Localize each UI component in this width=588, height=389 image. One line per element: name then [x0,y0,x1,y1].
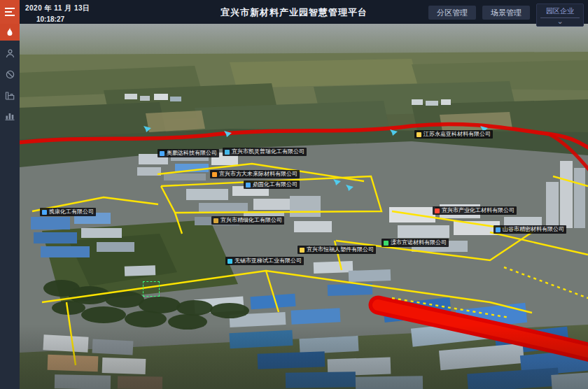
company-marker[interactable]: 宜兴市方大未来际材料有限公司 [210,170,300,178]
topbar: 2020 年 11 月 13日 10:18:27 宜兴市新材料产业园智慧管理平台… [0,0,588,24]
company-marker-label: 宜兴市精细化工有限公司 [220,218,282,223]
company-marker-label: 无锡市亚梯试工业有限公司 [234,258,302,264]
company-marker-label: 奥鹏达科技有限公司 [167,150,217,156]
company-marker-label: 江苏永嘉亚科材料有限公司 [424,132,491,137]
company-marker[interactable]: 山谷市精密材料有限公司 [493,225,566,234]
sidebar-item-factory[interactable] [0,87,20,104]
map-3d-view[interactable]: 奥鹏达科技有限公司 宜兴市凯灵普瑞化工有限公司 宜兴市方大未来际材料有限公司 鼎… [20,24,588,389]
scene-manage-button[interactable]: 场景管理 [482,6,530,20]
selection-box [143,281,160,297]
company-marker-label: 山谷市精密材料有限公司 [503,227,564,232]
company-marker-label: 宜兴市凯灵普瑞化工有限公司 [232,149,304,155]
company-marker-icon [435,208,440,213]
company-marker-icon [227,259,232,264]
app-window: 2020 年 11 月 13日 10:18:27 宜兴市新材料产业园智慧管理平台… [0,0,588,389]
company-marker[interactable]: 奥鹏达科技有限公司 [158,149,219,157]
user-icon [6,49,15,58]
chevron-down-icon: ⌄ [556,18,563,26]
sidebar [0,24,20,389]
flame-icon [6,27,14,37]
company-marker[interactable]: 无锡市亚梯试工业有限公司 [225,257,304,265]
company-marker-icon [300,248,304,253]
company-marker-label: 宜兴市产业化工材料有限公司 [442,208,514,213]
company-marker-icon [416,132,421,137]
company-marker[interactable]: 宜兴市产业化工材料有限公司 [433,206,517,215]
company-marker-label: 鼎固化工有限公司 [253,182,298,188]
company-marker[interactable]: 鼎固化工有限公司 [244,181,300,189]
company-marker-icon [384,241,388,246]
bar-chart-icon [5,112,15,120]
sidebar-item-fire[interactable] [0,24,20,41]
company-marker-label: 携康化工有限公司 [49,209,94,215]
company-marker-label: 宜兴市恒福人塑件有限公司 [307,247,374,253]
company-marker[interactable]: 宜兴市精细化工有限公司 [211,216,284,225]
company-marker-icon [160,151,164,156]
company-marker-icon [225,150,230,155]
topbar-actions: 分区管理 场景管理 园区企业 ⌄ [428,3,584,27]
factory-icon [5,91,15,100]
sidebar-item-user[interactable] [0,45,20,62]
company-marker[interactable]: 宜兴市恒福人塑件有限公司 [298,246,376,254]
enterprise-dropdown[interactable]: 园区企业 ⌄ [536,3,584,27]
sidebar-item-power[interactable] [0,66,20,83]
company-marker[interactable]: 江苏永嘉亚科材料有限公司 [414,130,493,139]
sidebar-item-stats[interactable] [0,108,20,125]
company-marker-icon [496,227,500,232]
power-icon [6,70,15,79]
zone-manage-button[interactable]: 分区管理 [428,6,476,20]
company-marker-label: 溧市宜诺材料有限公司 [391,240,447,246]
company-marker[interactable]: 宜兴市凯灵普瑞化工有限公司 [223,148,307,156]
company-marker[interactable]: 携康化工有限公司 [40,208,96,216]
company-marker[interactable]: 溧市宜诺材料有限公司 [382,239,449,247]
company-marker-icon [42,210,47,215]
company-marker-label: 宜兴市方大未来际材料有限公司 [219,171,298,177]
company-marker-icon [246,183,251,188]
company-marker-icon [212,172,217,177]
company-marker-icon [214,218,218,223]
